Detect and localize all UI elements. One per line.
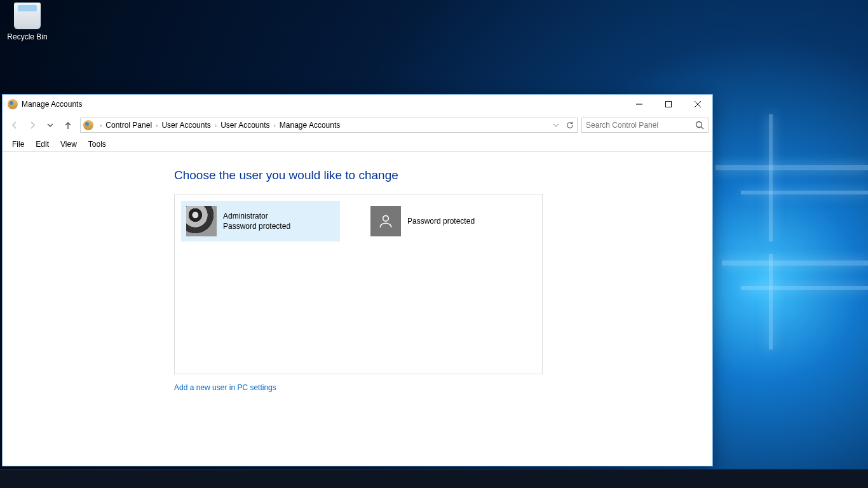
user-accounts-icon bbox=[8, 99, 18, 109]
menu-view[interactable]: View bbox=[55, 138, 83, 151]
control-panel-window: Manage Accounts › Control Panel › bbox=[2, 94, 713, 466]
chevron-right-icon: › bbox=[97, 122, 104, 129]
account-tile-administrator[interactable]: Administrator Password protected bbox=[181, 201, 340, 241]
close-button[interactable] bbox=[683, 95, 712, 114]
wallpaper-beam bbox=[769, 114, 773, 241]
account-status: Password protected bbox=[407, 216, 475, 226]
address-bar[interactable]: › Control Panel › User Accounts › User A… bbox=[80, 118, 578, 133]
person-icon bbox=[377, 213, 394, 229]
desktop-icon-recycle-bin[interactable]: Recycle Bin bbox=[6, 3, 48, 42]
user-accounts-icon bbox=[83, 120, 93, 130]
menu-bar: File Edit View Tools bbox=[3, 137, 712, 152]
refresh-button[interactable] bbox=[563, 118, 577, 132]
account-tile-generic[interactable]: Password protected bbox=[365, 201, 524, 241]
search-input[interactable] bbox=[586, 121, 695, 130]
search-icon bbox=[695, 121, 704, 130]
recent-locations-button[interactable] bbox=[42, 117, 58, 133]
window-titlebar[interactable]: Manage Accounts bbox=[3, 95, 712, 114]
svg-line-6 bbox=[702, 127, 704, 130]
address-history-button[interactable] bbox=[549, 118, 563, 132]
breadcrumb-item[interactable]: User Accounts bbox=[160, 121, 212, 130]
accounts-list: Administrator Password protected Passwor… bbox=[174, 194, 543, 374]
avatar bbox=[186, 206, 217, 236]
svg-point-7 bbox=[383, 215, 389, 221]
forward-button[interactable] bbox=[24, 117, 41, 133]
search-box[interactable] bbox=[581, 118, 709, 133]
menu-file[interactable]: File bbox=[6, 138, 30, 151]
chevron-right-icon: › bbox=[212, 122, 219, 129]
svg-point-5 bbox=[696, 122, 702, 128]
wallpaper-beam bbox=[741, 191, 868, 194]
menu-tools[interactable]: Tools bbox=[83, 138, 112, 151]
add-user-link[interactable]: Add a new user in PC settings bbox=[174, 383, 712, 392]
breadcrumb-item[interactable]: Control Panel bbox=[104, 121, 153, 130]
wallpaper-beam bbox=[722, 261, 868, 266]
chevron-right-icon: › bbox=[271, 122, 278, 129]
page-heading: Choose the user you would like to change bbox=[174, 168, 712, 182]
svg-rect-1 bbox=[666, 102, 672, 107]
breadcrumb-item[interactable]: User Accounts bbox=[219, 121, 271, 130]
taskbar[interactable] bbox=[0, 469, 868, 488]
up-button[interactable] bbox=[60, 117, 76, 133]
wallpaper-beam bbox=[715, 165, 868, 170]
account-status: Password protected bbox=[223, 221, 290, 231]
minimize-button[interactable] bbox=[625, 95, 654, 114]
avatar bbox=[370, 206, 401, 236]
back-button[interactable] bbox=[6, 117, 23, 133]
chevron-right-icon: › bbox=[153, 122, 160, 129]
breadcrumb-item[interactable]: Manage Accounts bbox=[278, 121, 341, 130]
desktop-icon-label: Recycle Bin bbox=[7, 32, 47, 41]
wallpaper-beam bbox=[769, 254, 773, 349]
window-title: Manage Accounts bbox=[22, 100, 82, 109]
content-area: Choose the user you would like to change… bbox=[3, 152, 712, 466]
account-name: Administrator bbox=[223, 211, 290, 221]
menu-edit[interactable]: Edit bbox=[30, 138, 55, 151]
explorer-navbar: › Control Panel › User Accounts › User A… bbox=[3, 114, 712, 137]
maximize-button[interactable] bbox=[654, 95, 683, 114]
recycle-bin-icon bbox=[14, 3, 41, 29]
wallpaper-beam bbox=[741, 286, 868, 290]
